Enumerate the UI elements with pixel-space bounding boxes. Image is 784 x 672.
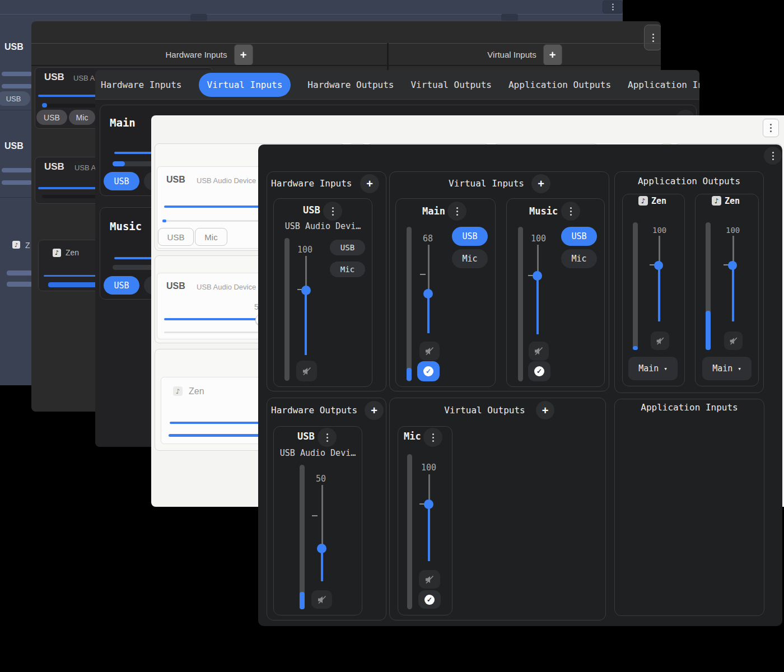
- mixer-window: Hardware Inputs + USB USB Audio Devi… 10…: [258, 144, 782, 626]
- tab-hardware-inputs[interactable]: Hardware Inputs: [101, 80, 182, 90]
- window-menu-button[interactable]: [764, 147, 782, 165]
- kebab-icon: [770, 124, 772, 132]
- mute-icon: [301, 366, 312, 377]
- route-usb-button[interactable]: USB: [36, 110, 67, 125]
- route-dropdown-value: Main: [638, 363, 659, 374]
- slider-100-tick: [312, 515, 318, 516]
- slider-bar[interactable]: [7, 282, 32, 287]
- plus-icon: +: [542, 405, 549, 416]
- volume-value: 100: [531, 234, 546, 244]
- slider-knob[interactable]: [424, 500, 433, 509]
- select-button[interactable]: ✓: [417, 361, 440, 381]
- slider-knob[interactable]: [533, 271, 542, 281]
- route-mic-button[interactable]: Mic: [69, 110, 95, 125]
- route-usb-button[interactable]: USB: [104, 276, 139, 295]
- select-button[interactable]: ✓: [528, 361, 550, 381]
- mute-button[interactable]: [311, 590, 332, 609]
- route-mic-button[interactable]: Mic: [195, 228, 227, 246]
- channel-menu-button[interactable]: [447, 202, 466, 221]
- kebab-icon: [652, 34, 654, 42]
- slider-bar[interactable]: [2, 180, 32, 185]
- slider-bar[interactable]: [2, 168, 32, 172]
- add-endpoint-button[interactable]: +: [360, 174, 379, 193]
- route-dropdown[interactable]: Main ▾: [702, 357, 752, 380]
- slider-bar[interactable]: [7, 270, 32, 276]
- channel-menu-button[interactable]: [323, 202, 342, 221]
- channel-menu-button[interactable]: [561, 202, 580, 221]
- add-endpoint-button[interactable]: +: [234, 44, 253, 66]
- slider-knob[interactable]: [423, 289, 433, 298]
- route-usb-button[interactable]: USB: [561, 227, 597, 246]
- route-mic-button[interactable]: Mic: [330, 262, 365, 277]
- route-mic-label: Mic: [76, 113, 88, 122]
- volume-value: 100: [297, 245, 312, 255]
- route-usb-label: USB: [44, 113, 60, 122]
- plus-icon: +: [371, 405, 377, 416]
- add-endpoint-button[interactable]: +: [365, 401, 384, 420]
- route-dropdown-value: Main: [712, 363, 732, 374]
- slider-knob[interactable]: [301, 286, 311, 295]
- channel-menu-button[interactable]: [318, 428, 337, 447]
- peak-meter: [518, 227, 523, 381]
- channel-title: USB: [4, 141, 24, 151]
- tab-application-outputs[interactable]: Application Outputs: [508, 80, 611, 90]
- route-usb-button[interactable]: USB: [104, 172, 139, 190]
- channel-title: Main: [422, 206, 445, 217]
- channel-title: Zen: [725, 196, 740, 206]
- window-menu-button[interactable]: [763, 119, 779, 137]
- route-usb-label: USB: [571, 231, 586, 241]
- divider: [0, 14, 623, 15]
- group-panel-virtual-inputs: Virtual Inputs + Main 68 ✓: [389, 171, 609, 391]
- mute-button[interactable]: [724, 332, 743, 350]
- add-button[interactable]: [190, 14, 207, 21]
- group-panel-virtual-outputs: Virtual Outputs + Mic 100 ✓: [389, 398, 606, 620]
- slider-knob[interactable]: [654, 261, 663, 270]
- channel-title: USB: [44, 72, 64, 83]
- add-endpoint-button[interactable]: +: [531, 174, 550, 193]
- route-mic-label: Mic: [462, 254, 477, 264]
- kebab-icon: [326, 433, 328, 442]
- window-menu-button[interactable]: [603, 1, 623, 13]
- volume-value: 50: [316, 474, 326, 484]
- channel-title: Zen: [189, 386, 204, 396]
- mute-button[interactable]: [419, 342, 440, 361]
- add-endpoint-button[interactable]: +: [536, 401, 554, 419]
- route-usb-button[interactable]: USB: [0, 91, 30, 106]
- group-title: Application Outputs: [615, 176, 763, 186]
- slider-bar[interactable]: [2, 84, 32, 88]
- channel-menu-button[interactable]: [423, 428, 442, 447]
- route-mic-button[interactable]: Mic: [452, 249, 488, 268]
- mute-button[interactable]: [651, 332, 669, 350]
- channel-title: USB: [303, 204, 320, 216]
- app-icon: ♪: [712, 196, 721, 206]
- add-endpoint-button[interactable]: +: [543, 44, 562, 66]
- route-dropdown[interactable]: Main ▾: [628, 357, 678, 380]
- route-usb-button[interactable]: USB: [158, 228, 194, 246]
- group-title: Hardware Inputs: [271, 178, 352, 189]
- group-title: Virtual Inputs: [487, 50, 536, 59]
- tab-virtual-outputs[interactable]: Virtual Outputs: [410, 80, 492, 90]
- route-usb-button[interactable]: USB: [452, 227, 488, 246]
- mute-button[interactable]: [296, 361, 317, 381]
- channel-title: USB: [44, 161, 64, 172]
- add-button[interactable]: [501, 14, 518, 21]
- tab-application-inputs[interactable]: Application Inputs: [628, 80, 699, 90]
- channel-card-zen-2: ♪ Zen 100 Main ▾: [695, 194, 759, 386]
- volume-value: 100: [726, 226, 740, 235]
- slider-knob[interactable]: [317, 544, 326, 553]
- route-usb-button[interactable]: USB: [330, 240, 365, 255]
- route-mic-button[interactable]: Mic: [561, 249, 597, 268]
- tab-virtual-inputs-active[interactable]: Virtual Inputs: [199, 73, 291, 97]
- channel-title: Mic: [404, 431, 421, 442]
- slider-track[interactable]: [428, 245, 430, 294]
- slider-knob[interactable]: [728, 261, 737, 270]
- mute-button[interactable]: [529, 342, 549, 361]
- peak-meter: [407, 227, 412, 381]
- peak-meter-level: [633, 346, 638, 350]
- select-button[interactable]: ✓: [418, 590, 441, 609]
- mute-button[interactable]: [419, 570, 440, 589]
- slider-bar[interactable]: [2, 72, 32, 76]
- tab-hardware-outputs[interactable]: Hardware Outputs: [307, 80, 394, 90]
- slider-track[interactable]: [321, 485, 323, 549]
- slider-fill: [321, 549, 323, 581]
